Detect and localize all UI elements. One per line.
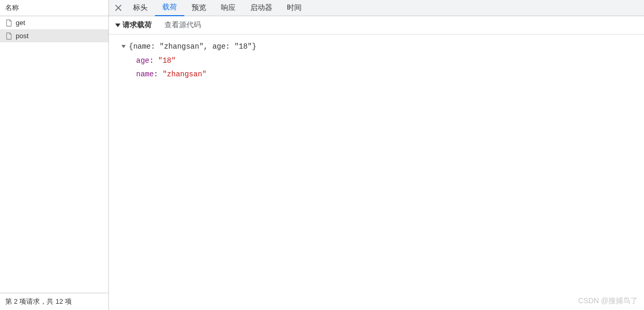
request-payload-toggle[interactable]: 请求载荷 (115, 20, 152, 30)
chevron-down-icon (121, 45, 126, 48)
view-source-link[interactable]: 查看源代码 (164, 20, 201, 30)
payload-section-header: 请求载荷 查看源代码 (109, 16, 644, 35)
property-key: name (136, 70, 154, 78)
object-expand-row[interactable]: {name: "zhangsan", age: "18"} (121, 40, 636, 54)
tab-bar: 标头 载荷 预览 响应 启动器 时间 (109, 0, 644, 16)
sidebar-footer-status: 第 2 项请求，共 12 项 (0, 293, 108, 310)
payload-content: 请求载荷 查看源代码 {name: "zhangsan", age: "18"}… (109, 16, 644, 310)
payload-body: {name: "zhangsan", age: "18"} age: "18" … (109, 35, 644, 87)
object-preview-text: {name: "zhangsan", age: "18"} (129, 40, 257, 54)
tab-preview[interactable]: 预览 (184, 0, 214, 16)
property-row[interactable]: name: "zhangsan" (121, 67, 636, 82)
chevron-down-icon (115, 24, 120, 27)
property-key: age (136, 56, 149, 65)
tab-headers[interactable]: 标头 (126, 0, 155, 16)
close-icon[interactable] (111, 1, 126, 15)
tab-timing[interactable]: 时间 (280, 0, 309, 16)
tab-response[interactable]: 响应 (214, 0, 243, 16)
main-panel: 标头 载荷 预览 响应 启动器 时间 请求载荷 查看源代码 {name: "zh… (109, 0, 644, 310)
section-title-text: 请求载荷 (123, 20, 152, 30)
request-item-post[interactable]: post (0, 29, 108, 42)
request-sidebar: 名称 get post 第 2 项请求，共 12 项 (0, 0, 109, 310)
property-value: "zhangsan" (162, 70, 206, 78)
sidebar-header-name[interactable]: 名称 (0, 0, 108, 16)
tab-payload[interactable]: 载荷 (155, 0, 184, 16)
property-row[interactable]: age: "18" (121, 54, 636, 68)
request-list: get post (0, 16, 108, 293)
request-item-label: post (16, 32, 29, 40)
tab-initiator[interactable]: 启动器 (243, 0, 280, 16)
file-icon (5, 19, 13, 27)
request-item-label: get (16, 19, 25, 27)
property-value: "18" (158, 56, 176, 65)
request-item-get[interactable]: get (0, 16, 108, 29)
file-icon (5, 32, 13, 40)
